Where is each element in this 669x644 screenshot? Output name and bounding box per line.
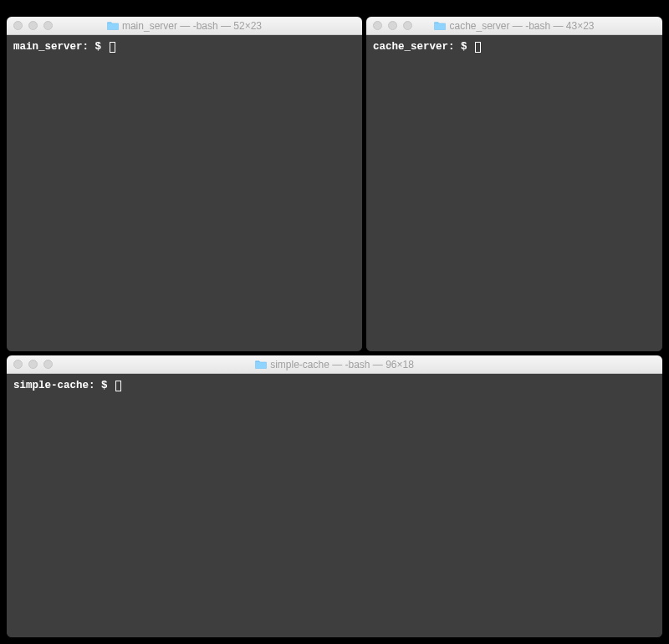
prompt-line: simple-cache: $: [13, 379, 656, 392]
maximize-icon[interactable]: [43, 360, 53, 369]
maximize-icon[interactable]: [403, 21, 412, 30]
titlebar[interactable]: simple-cache — -bash — 96×18: [7, 355, 662, 374]
terminal-body[interactable]: main_server: $: [7, 35, 362, 351]
minimize-icon[interactable]: [28, 21, 38, 30]
folder-icon: [107, 21, 119, 30]
window-title-text: simple-cache — -bash — 96×18: [270, 359, 414, 371]
terminal-window-main[interactable]: main_server — -bash — 52×23 main_server:…: [7, 17, 362, 351]
traffic-lights: [13, 360, 53, 369]
traffic-lights: [13, 21, 53, 30]
cursor-icon: [110, 42, 115, 53]
prompt-line: main_server: $: [13, 40, 355, 54]
window-title-text: main_server — -bash — 52×23: [122, 20, 262, 32]
minimize-icon[interactable]: [388, 21, 397, 30]
prompt-text: main_server: $: [13, 40, 108, 54]
folder-icon: [434, 21, 446, 30]
traffic-lights: [373, 21, 412, 30]
titlebar[interactable]: main_server — -bash — 52×23: [7, 17, 362, 35]
folder-icon: [255, 360, 267, 369]
terminal-window-cache[interactable]: cache_server — -bash — 43×23 cache_serve…: [366, 17, 662, 351]
cursor-icon: [475, 42, 481, 53]
terminal-body[interactable]: simple-cache: $: [7, 374, 662, 637]
window-title: main_server — -bash — 52×23: [7, 20, 362, 32]
prompt-text: cache_server: $: [373, 40, 473, 54]
window-title: simple-cache — -bash — 96×18: [7, 359, 662, 371]
close-icon[interactable]: [13, 360, 23, 369]
cursor-icon: [115, 381, 121, 391]
close-icon[interactable]: [373, 21, 382, 30]
close-icon[interactable]: [13, 21, 23, 30]
prompt-line: cache_server: $: [373, 40, 656, 54]
terminal-window-simple[interactable]: simple-cache — -bash — 96×18 simple-cach…: [7, 355, 662, 637]
minimize-icon[interactable]: [28, 360, 38, 369]
window-title-text: cache_server — -bash — 43×23: [449, 20, 594, 32]
maximize-icon[interactable]: [43, 21, 53, 30]
prompt-text: simple-cache: $: [13, 379, 114, 392]
titlebar[interactable]: cache_server — -bash — 43×23: [366, 17, 662, 35]
terminal-body[interactable]: cache_server: $: [366, 35, 662, 351]
